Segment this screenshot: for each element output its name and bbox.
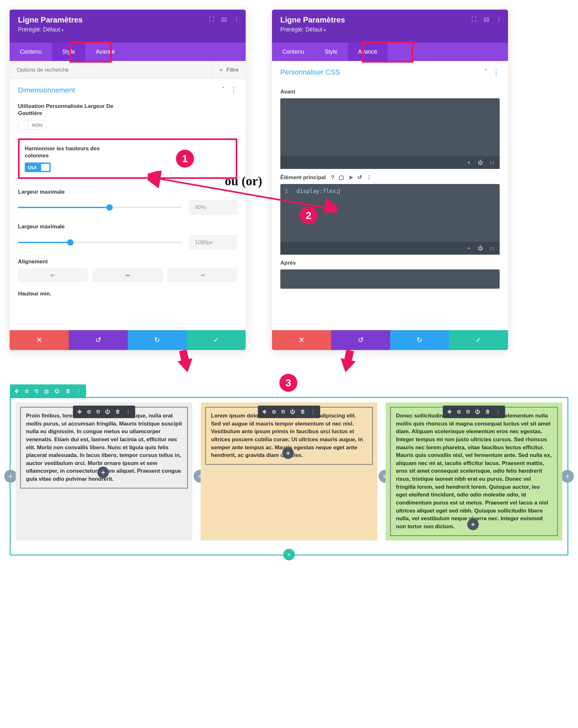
filter-button[interactable]: ＋ Filtre bbox=[211, 61, 246, 79]
max-width-1-value[interactable]: 80% bbox=[189, 200, 237, 215]
save-button[interactable]: ✓ bbox=[449, 330, 508, 350]
preset-dropdown[interactable]: Préréglé: Défaut▾ bbox=[18, 26, 237, 33]
duplicate-icon[interactable]: ⧉ bbox=[96, 409, 100, 415]
max-width-2-slider[interactable] bbox=[18, 242, 181, 243]
tab-style[interactable]: Style bbox=[52, 43, 85, 61]
sort-icon[interactable]: ↑↓ bbox=[489, 245, 495, 251]
equalize-heights-toggle[interactable]: OUI bbox=[25, 162, 51, 172]
add-module-button[interactable]: ＋ bbox=[282, 447, 294, 459]
column-3[interactable]: ✥ ⚙ ⧉ ⏻ 🗑 ⋮ Donec sollicitudin lorem ac … bbox=[386, 402, 562, 541]
tab-advanced[interactable]: Avancé bbox=[85, 43, 125, 61]
plus-icon[interactable]: ＋ bbox=[466, 159, 471, 166]
add-module-button[interactable]: ＋ bbox=[97, 467, 109, 478]
gear-icon[interactable]: ⚙ bbox=[272, 409, 276, 415]
tab-content[interactable]: Contenu bbox=[272, 43, 314, 61]
columns-icon[interactable]: ▯▯ bbox=[221, 16, 227, 22]
more-icon[interactable]: ⋮ bbox=[496, 409, 501, 415]
add-column-right[interactable]: ＋ bbox=[561, 470, 574, 483]
text-module[interactable]: Proin finibus, lorem vitae volutpat scel… bbox=[20, 407, 188, 489]
chevron-up-icon[interactable]: ˄ bbox=[221, 86, 225, 95]
row-toolbar[interactable]: ✥ ⚙ ⧉ ▥ ⏻ 🗑 ⋮ bbox=[10, 384, 86, 398]
move-icon[interactable]: ✥ bbox=[77, 409, 82, 415]
max-width-2-value[interactable]: 1080px bbox=[189, 235, 237, 250]
before-css-editor[interactable]: ＋ ⏻ ↑↓ bbox=[280, 98, 500, 169]
preset-dropdown[interactable]: Préréglé: Défaut▾ bbox=[280, 26, 500, 33]
more-icon[interactable]: ⋮ bbox=[234, 16, 239, 22]
section-css-header[interactable]: Personnaliser CSS ˄ ⋮ bbox=[272, 61, 508, 83]
power-icon[interactable]: ⏻ bbox=[105, 409, 110, 415]
more-icon[interactable]: ⋮ bbox=[230, 86, 237, 95]
cancel-button[interactable]: ✕ bbox=[272, 330, 331, 350]
tablet-icon[interactable]: ▢ bbox=[339, 174, 344, 181]
max-width-1-slider[interactable] bbox=[18, 207, 181, 208]
power-icon[interactable]: ⏻ bbox=[478, 245, 483, 251]
tab-content[interactable]: Contenu bbox=[10, 43, 52, 61]
move-icon[interactable]: ✥ bbox=[15, 388, 19, 394]
tab-style[interactable]: Style bbox=[314, 43, 348, 61]
more-icon[interactable]: ⋮ bbox=[126, 409, 131, 415]
slider-thumb[interactable] bbox=[106, 204, 113, 211]
align-left-button[interactable]: ⇤ bbox=[18, 268, 88, 282]
move-icon[interactable]: ✥ bbox=[262, 409, 266, 415]
align-right-button[interactable]: ⇥ bbox=[167, 268, 237, 282]
align-center-button[interactable]: ⇹ bbox=[93, 268, 162, 282]
chevron-up-icon[interactable]: ˄ bbox=[484, 68, 488, 76]
more-icon[interactable]: ⋮ bbox=[493, 68, 500, 76]
search-input[interactable] bbox=[10, 62, 211, 78]
duplicate-icon[interactable]: ⧉ bbox=[35, 388, 38, 394]
expand-icon[interactable]: ⛶ bbox=[471, 17, 476, 22]
power-icon[interactable]: ⏻ bbox=[475, 409, 480, 415]
section-sizing-header[interactable]: Dimensionnement ˄ ⋮ bbox=[10, 79, 246, 102]
slider-thumb[interactable] bbox=[67, 239, 74, 246]
trash-icon[interactable]: 🗑 bbox=[300, 409, 306, 415]
after-css-editor[interactable] bbox=[280, 269, 500, 289]
toggle-handle bbox=[18, 121, 28, 129]
gear-icon[interactable]: ⚙ bbox=[87, 409, 91, 415]
plus-icon[interactable]: ＋ bbox=[466, 245, 471, 252]
save-button[interactable]: ✓ bbox=[187, 330, 246, 350]
redo-button[interactable]: ↻ bbox=[128, 330, 187, 350]
undo-button[interactable]: ↺ bbox=[331, 330, 390, 350]
text-module[interactable]: Donec sollicitudin lorem ac erat sapien,… bbox=[390, 407, 558, 536]
gear-icon[interactable]: ⚙ bbox=[456, 409, 461, 415]
duplicate-icon[interactable]: ⧉ bbox=[466, 409, 470, 415]
more-icon[interactable]: ⋮ bbox=[366, 174, 372, 181]
redo-button[interactable]: ↻ bbox=[390, 330, 449, 350]
before-label: Avant bbox=[280, 88, 500, 95]
column-1[interactable]: ✥ ⚙ ⧉ ⏻ 🗑 ⋮ Proin finibus, lorem vitae v… bbox=[16, 402, 192, 541]
power-icon[interactable]: ⏻ bbox=[478, 160, 483, 165]
columns-icon[interactable]: ▥ bbox=[44, 388, 49, 394]
add-module-button[interactable]: ＋ bbox=[467, 519, 479, 530]
expand-icon[interactable]: ⛶ bbox=[209, 17, 214, 22]
gear-icon[interactable]: ⚙ bbox=[24, 388, 29, 394]
sort-icon[interactable]: ↑↓ bbox=[489, 160, 495, 165]
trash-icon[interactable]: 🗑 bbox=[65, 388, 71, 394]
add-column-left[interactable]: ＋ bbox=[4, 470, 17, 483]
columns-icon[interactable]: ▯▯ bbox=[483, 16, 489, 22]
power-icon[interactable]: ⏻ bbox=[55, 388, 60, 394]
module-toolbar[interactable]: ✥ ⚙ ⧉ ⏻ 🗑 ⋮ bbox=[443, 406, 505, 418]
equalize-heights-group: Harmoniser les hauteurs des colonnes OUI… bbox=[18, 138, 237, 179]
column-2[interactable]: ✥ ⚙ ⧉ ⏻ 🗑 ⋮ Lorem ipsum dolor sit amet, … bbox=[201, 402, 377, 541]
module-toolbar[interactable]: ✥ ⚙ ⧉ ⏻ 🗑 ⋮ bbox=[73, 406, 135, 418]
more-icon[interactable]: ⋮ bbox=[76, 388, 82, 394]
undo-button[interactable]: ↺ bbox=[69, 330, 128, 350]
duplicate-icon[interactable]: ⧉ bbox=[281, 409, 285, 415]
power-icon[interactable]: ⏻ bbox=[290, 409, 295, 415]
main-css-editor[interactable]: 1 display:flex; 2 ＋ ⏻ ↑↓ bbox=[280, 184, 500, 255]
move-icon[interactable]: ✥ bbox=[447, 409, 451, 415]
more-icon[interactable]: ⋮ bbox=[311, 409, 316, 415]
undo-icon[interactable]: ↺ bbox=[358, 174, 362, 181]
module-toolbar[interactable]: ✥ ⚙ ⧉ ⏻ 🗑 ⋮ bbox=[258, 406, 320, 418]
cancel-button[interactable]: ✕ bbox=[10, 330, 69, 350]
help-icon[interactable]: ? bbox=[331, 174, 334, 181]
trash-icon[interactable]: 🗑 bbox=[485, 409, 490, 415]
more-icon[interactable]: ⋮ bbox=[496, 16, 502, 22]
trash-icon[interactable]: 🗑 bbox=[115, 409, 121, 415]
add-row-button[interactable]: ＋ bbox=[283, 549, 295, 561]
pointer-icon[interactable]: ➤ bbox=[348, 174, 353, 181]
text-cursor bbox=[339, 188, 339, 194]
tab-advanced[interactable]: Avancé bbox=[348, 43, 388, 61]
step-3-badge: 3 bbox=[279, 374, 297, 392]
gutter-toggle[interactable]: NON bbox=[18, 120, 47, 130]
